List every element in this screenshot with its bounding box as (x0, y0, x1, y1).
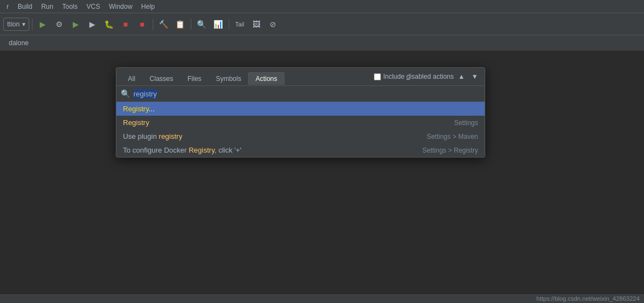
image-button[interactable]: 🖼 (249, 17, 264, 32)
stop-button[interactable]: ■ (118, 17, 133, 32)
tab-symbols[interactable]: Symbols (208, 72, 248, 85)
search-everywhere-button[interactable]: 🔍 (194, 17, 210, 32)
debug-attach-button[interactable]: 🐛 (101, 17, 117, 32)
menu-item-tools[interactable]: Tools (58, 2, 82, 12)
search-input-row: 🔍 registry (116, 86, 485, 102)
menu-item-build[interactable]: Build (13, 2, 37, 12)
toolbar-separator-1 (32, 19, 33, 30)
dropdown-arrow-icon: ▾ (22, 20, 25, 28)
result-name-registry-ellipsis: Registry... (123, 105, 155, 113)
dialog-tabs-row: All Classes Files Symbols Actions Includ… (116, 68, 485, 86)
debug-button[interactable]: ▶ (68, 17, 84, 32)
menu-item-run[interactable]: Run (37, 2, 58, 12)
result-name-docker-registry: To configure Docker Registry, click '+' (123, 146, 242, 154)
menu-item-r[interactable]: r (2, 2, 13, 12)
include-disabled-checkbox-row[interactable]: Include disabled actions (374, 73, 454, 84)
result-name-registry: Registry (123, 118, 149, 127)
debug-config-button[interactable]: ⚙ (52, 17, 67, 32)
tab-classes[interactable]: Classes (142, 72, 180, 85)
include-disabled-checkbox[interactable] (374, 73, 381, 80)
tail-button[interactable]: Tail (232, 17, 248, 32)
highlight-registry-4: Registry (189, 146, 214, 154)
run-coverage-button[interactable]: ▶ (85, 17, 100, 32)
status-url: https://blog.csdn.net/weixin_42863224 (536, 295, 640, 302)
run-config-label: ttion (7, 20, 20, 28)
toolbar: ttion ▾ ▶ ⚙ ▶ ▶ 🐛 ■ ■ 🔨 📋 🔍 📊 Tail 🖼 ⊘ (0, 13, 644, 35)
result-item-docker-registry[interactable]: To configure Docker Registry, click '+' … (116, 143, 485, 157)
result-location-use-plugin-registry: Settings > Maven (427, 133, 478, 140)
result-item-use-plugin-registry[interactable]: Use plugin registry Settings > Maven (116, 129, 485, 143)
build-project-button[interactable]: 🔨 (156, 17, 171, 32)
tab-actions[interactable]: Actions (248, 72, 284, 85)
result-location-docker-registry: Settings > Registry (422, 147, 478, 154)
results-list: Registry... Registry Settings Use plugin… (116, 102, 485, 157)
toolbar-separator-4 (229, 19, 229, 30)
result-location-registry: Settings (454, 119, 478, 127)
include-disabled-label: Include disabled actions (383, 73, 454, 80)
tab-icon-buttons: ▲ ▼ (456, 71, 480, 85)
no-symbol-button[interactable]: ⊘ (265, 17, 281, 32)
build-button[interactable]: ■ (135, 17, 150, 32)
search-input-display: registry (133, 90, 157, 98)
result-item-registry-ellipsis[interactable]: Registry... (116, 102, 485, 116)
toolbar-separator-3 (191, 19, 191, 30)
run-config-dropdown[interactable]: ttion ▾ (3, 18, 29, 31)
main-area: All Classes Files Symbols Actions Includ… (0, 51, 644, 303)
run-dashboard-button[interactable]: 📊 (211, 17, 226, 32)
search-dialog: All Classes Files Symbols Actions Includ… (116, 67, 485, 158)
result-item-registry[interactable]: Registry Settings (116, 116, 485, 129)
highlight-registry-2: Registry (123, 118, 149, 127)
tab-all[interactable]: All (121, 72, 142, 85)
sdk-button[interactable]: 📋 (173, 17, 188, 32)
result-name-use-plugin-registry: Use plugin registry (123, 132, 183, 140)
filter-icon[interactable]: ▼ (469, 71, 480, 82)
highlight-registry: Registry (123, 105, 149, 113)
search-highlight-text: registry (133, 89, 157, 99)
tab-standalone: dalone (4, 37, 33, 49)
menu-item-vcs[interactable]: VCS (82, 2, 105, 12)
highlight-registry-3: registry (159, 132, 183, 140)
search-icon: 🔍 (121, 89, 130, 98)
run-button[interactable]: ▶ (35, 17, 51, 32)
status-bar: https://blog.csdn.net/weixin_42863224 (0, 294, 644, 303)
menu-item-window[interactable]: Window (104, 2, 137, 12)
tab-bar: dalone (0, 35, 644, 51)
tab-files[interactable]: Files (180, 72, 208, 85)
toolbar-separator-2 (153, 19, 153, 30)
menu-bar: r Build Run Tools VCS Window Help (0, 0, 644, 13)
sort-icon[interactable]: ▲ (456, 71, 467, 82)
menu-item-help[interactable]: Help (137, 2, 159, 12)
